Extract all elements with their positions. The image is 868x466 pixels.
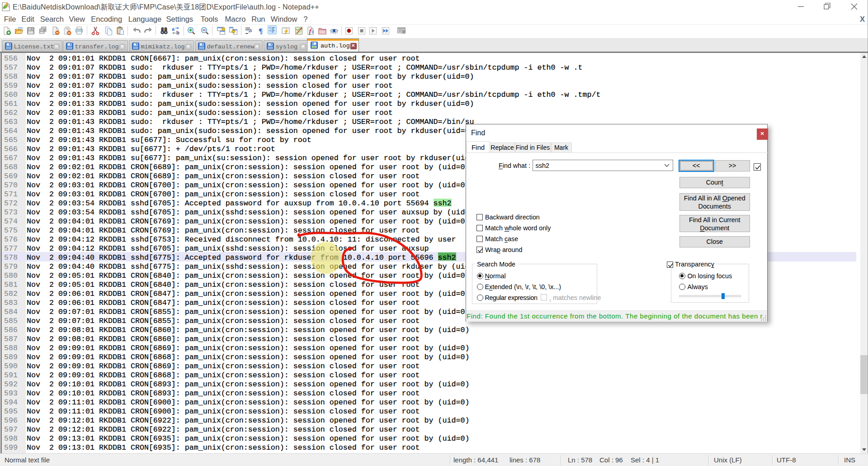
- svg-text:a: a: [172, 26, 175, 32]
- svg-text:¶: ¶: [259, 27, 263, 35]
- svg-text:b: b: [176, 30, 179, 35]
